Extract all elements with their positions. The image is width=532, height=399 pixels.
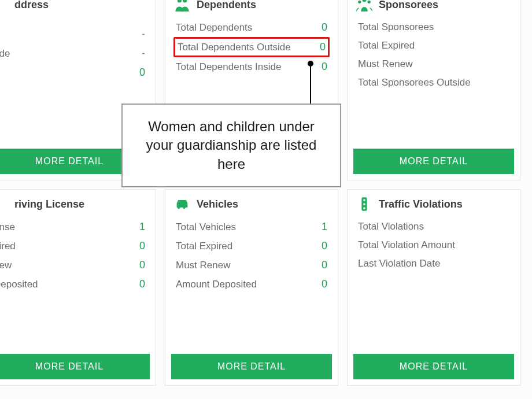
card-title-dependents: Dependents <box>197 0 256 11</box>
svg-point-3 <box>358 1 361 3</box>
row-value: - <box>142 47 145 60</box>
row-label: Total Dependents Inside <box>176 61 281 73</box>
table-row-highlighted: Total Dependents Outside 0 <box>173 37 330 57</box>
dependents-rows: Total Dependents 0 Total Dependents Outs… <box>165 18 338 81</box>
row-label: Total Violations <box>358 221 424 232</box>
license-rows: ense 1 pired 0 new 0 Deposited 0 <box>0 217 156 298</box>
row-value: 0 <box>139 259 145 271</box>
row-label: Total Vehicles <box>176 221 236 233</box>
table-row: Total Expired <box>356 36 512 55</box>
address-rows: - ode - 0 <box>0 18 156 87</box>
row-label: Total Dependents <box>176 22 252 34</box>
row-label: Last Violation Date <box>358 258 440 269</box>
table-row: Total Dependents 0 <box>173 18 330 37</box>
svg-point-4 <box>367 1 370 3</box>
svg-point-8 <box>363 207 365 209</box>
table-row: Total Violation Amount <box>356 236 512 254</box>
row-label: Amount Deposited <box>176 279 257 290</box>
card-header-license: riving License <box>0 190 156 217</box>
row-label: Total Expired <box>176 241 232 252</box>
row-value: 1 <box>322 221 327 233</box>
people-icon <box>173 0 191 13</box>
row-label: ense <box>0 221 15 233</box>
card-title-address: ddress <box>14 0 49 11</box>
row-value: 0 <box>322 240 327 252</box>
table-row: Must Renew <box>356 55 512 73</box>
card-vehicles: Vehicles Total Vehicles 1 Total Expired … <box>165 189 338 386</box>
id-card-icon <box>0 195 9 213</box>
table-row: Total Violations <box>356 217 512 236</box>
row-label: Must Renew <box>176 260 230 271</box>
table-row: new 0 <box>0 256 147 275</box>
row-value: 0 <box>322 21 327 34</box>
table-row: Deposited 0 <box>0 275 147 294</box>
more-detail-button[interactable]: MORE DETAIL <box>353 354 514 379</box>
table-row: pired 0 <box>0 237 147 256</box>
card-title-violations: Traffic Violations <box>379 198 463 210</box>
svg-point-6 <box>363 199 365 201</box>
svg-point-7 <box>363 203 365 205</box>
table-row: Must Renew 0 <box>173 256 330 275</box>
card-header-violations: Traffic Violations <box>348 190 520 217</box>
card-driving-license: riving License ense 1 pired 0 new 0 Depo… <box>0 189 156 386</box>
card-title-license: riving License <box>14 198 84 210</box>
card-header-sponsorees: Sponsorees <box>348 0 520 18</box>
row-label: Deposited <box>0 279 38 290</box>
row-label: new <box>0 260 12 271</box>
row-label: pired <box>0 241 16 252</box>
callout-text: Women and children under your guardiansh… <box>146 119 317 172</box>
table-row: Amount Deposited 0 <box>173 275 330 294</box>
card-header-address: ddress <box>0 0 156 18</box>
table-row: Total Dependents Inside 0 <box>173 57 330 76</box>
row-value: 0 <box>139 278 145 290</box>
sponsorees-rows: Total Sponsorees Total Expired Must Rene… <box>348 18 520 97</box>
row-value: 1 <box>139 221 145 233</box>
card-sponsorees: Sponsorees Total Sponsorees Total Expire… <box>347 0 520 180</box>
more-detail-button[interactable]: MORE DETAIL <box>353 149 514 174</box>
callout-connector-line <box>310 63 311 104</box>
svg-point-1 <box>183 0 187 3</box>
callout-annotation: Women and children under your guardiansh… <box>121 104 341 187</box>
table-row: 0 <box>0 63 147 82</box>
svg-point-2 <box>363 0 367 2</box>
card-header-dependents: Dependents <box>165 0 338 18</box>
more-detail-button[interactable]: MORE DETAIL <box>0 354 150 379</box>
violations-rows: Total Violations Total Violation Amount … <box>348 217 520 278</box>
card-title-sponsorees: Sponsorees <box>379 0 438 11</box>
svg-point-0 <box>178 0 182 3</box>
row-label: Total Sponsorees Outside <box>358 77 471 88</box>
row-label: Must Renew <box>358 58 412 70</box>
table-row: ense 1 <box>0 217 147 237</box>
table-row: ode - <box>0 44 147 63</box>
table-row: Total Sponsorees <box>356 18 512 36</box>
car-icon <box>173 195 191 213</box>
row-value: 0 <box>320 41 326 53</box>
row-label: ode <box>0 48 10 60</box>
traffic-light-icon <box>356 195 373 213</box>
row-value: 0 <box>139 240 145 252</box>
map-pin-icon <box>0 0 9 13</box>
table-row: Total Vehicles 1 <box>173 217 330 237</box>
row-label: Total Dependents Outside <box>178 42 291 53</box>
row-value: 0 <box>322 61 327 73</box>
more-detail-button[interactable]: MORE DETAIL <box>171 354 332 379</box>
row-value: 0 <box>139 66 145 79</box>
group-icon <box>356 0 373 13</box>
row-value: 0 <box>322 259 327 271</box>
table-row <box>0 18 147 25</box>
vehicles-rows: Total Vehicles 1 Total Expired 0 Must Re… <box>165 217 338 298</box>
dashboard-grid: ddress - ode - 0 MORE DETAIL <box>0 0 520 386</box>
card-title-vehicles: Vehicles <box>197 198 238 210</box>
row-label: Total Sponsorees <box>358 21 434 33</box>
row-value: - <box>142 28 145 40</box>
row-value: 0 <box>322 278 327 290</box>
card-traffic-violations: Traffic Violations Total Violations Tota… <box>347 189 520 386</box>
row-label: Total Expired <box>358 40 415 51</box>
table-row: Last Violation Date <box>356 254 512 273</box>
card-header-vehicles: Vehicles <box>165 190 338 217</box>
table-row: - <box>0 25 147 44</box>
table-row: Total Sponsorees Outside <box>356 73 512 92</box>
row-label: Total Violation Amount <box>358 239 455 251</box>
table-row: Total Expired 0 <box>173 237 330 256</box>
